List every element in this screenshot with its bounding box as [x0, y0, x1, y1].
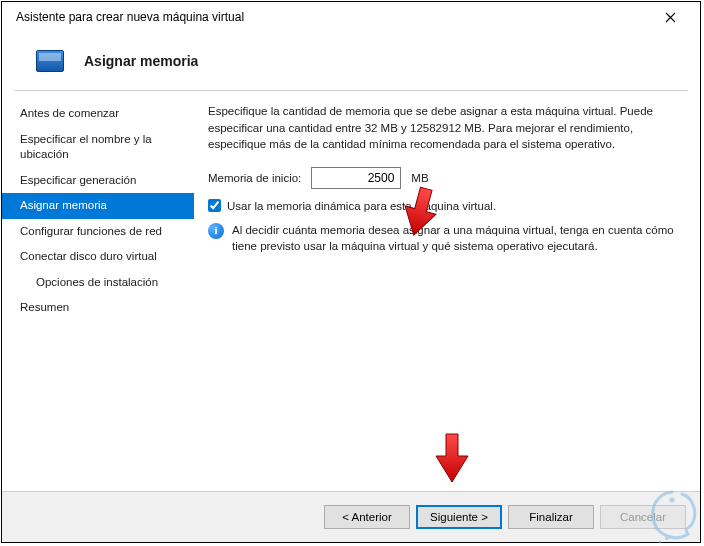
info-row: i Al decidir cuánta memoria desea asigna… — [208, 222, 682, 254]
next-button[interactable]: Siguiente > — [416, 505, 502, 529]
sidebar-item-label: Conectar disco duro virtual — [20, 250, 157, 262]
memory-field-row: Memoria de inicio: MB — [208, 167, 682, 189]
sidebar-item-assign-memory[interactable]: Asignar memoria — [2, 193, 194, 219]
dynamic-memory-checkbox[interactable] — [208, 199, 221, 212]
sidebar-item-label: Especificar el nombre y la ubicación — [20, 133, 152, 161]
window-title: Asistente para crear nueva máquina virtu… — [12, 10, 244, 24]
watermark-icon — [642, 484, 702, 544]
sidebar-item-network[interactable]: Configurar funciones de red — [2, 219, 194, 245]
svg-point-2 — [659, 541, 662, 544]
info-icon: i — [208, 223, 224, 239]
description-text: Especifique la cantidad de memoria que s… — [208, 103, 682, 153]
sidebar-item-virtual-disk[interactable]: Conectar disco duro virtual — [2, 244, 194, 270]
close-icon — [665, 12, 676, 23]
sidebar-item-label: Antes de comenzar — [20, 107, 119, 119]
page-title: Asignar memoria — [84, 53, 198, 69]
titlebar: Asistente para crear nueva máquina virtu… — [2, 2, 700, 32]
sidebar-item-label: Asignar memoria — [20, 199, 107, 211]
back-button[interactable]: < Anterior — [324, 505, 410, 529]
info-text: Al decidir cuánta memoria desea asignar … — [232, 222, 682, 254]
sidebar-item-label: Especificar generación — [20, 174, 136, 186]
sidebar-item-summary[interactable]: Resumen — [2, 295, 194, 321]
sidebar-item-install-options[interactable]: Opciones de instalación — [2, 270, 194, 296]
step-sidebar: Antes de comenzar Especificar el nombre … — [2, 91, 194, 491]
sidebar-item-before-start[interactable]: Antes de comenzar — [2, 101, 194, 127]
memory-unit: MB — [411, 172, 428, 184]
monitor-icon — [36, 50, 64, 72]
content-pane: Especifique la cantidad de memoria que s… — [194, 91, 700, 491]
sidebar-item-label: Resumen — [20, 301, 69, 313]
finish-button[interactable]: Finalizar — [508, 505, 594, 529]
wizard-footer: < Anterior Siguiente > Finalizar Cancela… — [2, 492, 700, 542]
svg-point-0 — [670, 498, 675, 503]
close-button[interactable] — [650, 3, 690, 31]
sidebar-item-label: Opciones de instalación — [36, 276, 158, 288]
memory-label: Memoria de inicio: — [208, 172, 301, 184]
dynamic-memory-label: Usar la memoria dinámica para esta máqui… — [227, 200, 496, 212]
sidebar-item-label: Configurar funciones de red — [20, 225, 162, 237]
memory-input[interactable] — [311, 167, 401, 189]
sidebar-item-name-location[interactable]: Especificar el nombre y la ubicación — [2, 127, 194, 168]
svg-point-1 — [665, 536, 669, 540]
wizard-window: Asistente para crear nueva máquina virtu… — [1, 1, 701, 543]
wizard-body: Antes de comenzar Especificar el nombre … — [2, 91, 700, 491]
wizard-header: Asignar memoria — [2, 32, 700, 90]
sidebar-item-generation[interactable]: Especificar generación — [2, 168, 194, 194]
dynamic-memory-row[interactable]: Usar la memoria dinámica para esta máqui… — [208, 199, 682, 212]
